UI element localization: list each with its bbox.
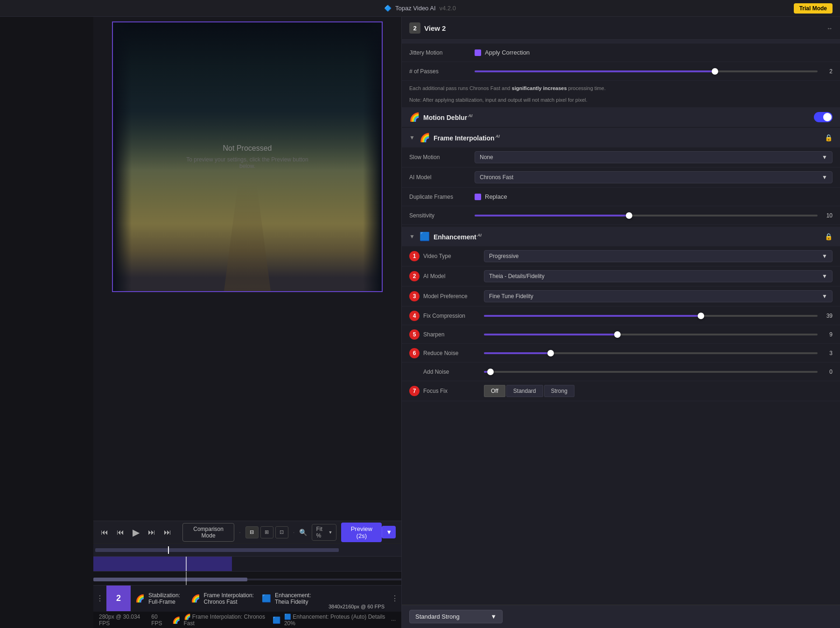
enhancement-ai-model-label-group: 2 AI Model bbox=[409, 271, 484, 281]
enhancement-header[interactable]: ▼ 🟦 Enhancement AI 🔒 bbox=[402, 227, 840, 246]
model-preference-dropdown[interactable]: Fine Tune Fidelity ▼ bbox=[484, 290, 833, 302]
timeline-area bbox=[93, 543, 401, 585]
fix-compression-thumb[interactable] bbox=[698, 313, 704, 319]
sharpen-value: 9 bbox=[484, 331, 833, 338]
video-type-dropdown[interactable]: Progressive ▼ bbox=[484, 250, 833, 262]
model-preference-chevron-icon: ▼ bbox=[822, 293, 827, 300]
motion-deblur-title: Motion Deblur AI bbox=[423, 113, 472, 121]
fix-compression-slider[interactable] bbox=[484, 315, 818, 317]
panel-title: View 2 bbox=[424, 24, 446, 32]
slow-motion-label: Slow Motion bbox=[409, 154, 475, 160]
frame-interp-ai-model-row: AI Model Chronos Fast ▼ bbox=[402, 167, 840, 188]
focus-fix-off-button[interactable]: Off bbox=[484, 385, 505, 397]
zoom-fit-icon[interactable]: 🔍 bbox=[299, 529, 307, 536]
add-noise-spacer bbox=[409, 367, 420, 377]
reduce-noise-slider[interactable] bbox=[484, 352, 818, 354]
preset-dropdown[interactable]: Standard Strong ▼ bbox=[409, 610, 503, 623]
view-badge: 2 bbox=[409, 22, 420, 34]
model-preference-label: Model Preference bbox=[423, 293, 468, 300]
preview-area: Not Processed To preview your settings, … bbox=[93, 17, 401, 521]
frame-interp-icon: 🌈 bbox=[191, 594, 200, 603]
skip-to-end-button[interactable]: ⏭ bbox=[162, 526, 173, 538]
motion-deblur-header[interactable]: 🌈 Motion Deblur AI bbox=[402, 107, 840, 127]
frame-interp-icon: 🌈 bbox=[420, 133, 430, 143]
passes-row: # of Passes 2 bbox=[402, 62, 840, 81]
scene-info-content: 🌈 Stabilization: Full-Frame 🌈 Frame Inte… bbox=[131, 586, 325, 611]
video-type-chevron-icon: ▼ bbox=[822, 253, 827, 259]
motion-deblur-toggle[interactable] bbox=[814, 112, 833, 122]
frame-interp-ai-model-label: AI Model bbox=[409, 174, 475, 181]
jittery-motion-label: Jittery Motion bbox=[409, 49, 475, 56]
motion-deblur-icon: 🌈 bbox=[409, 112, 420, 122]
sharpen-track bbox=[484, 334, 818, 335]
trial-mode-button[interactable]: Trial Mode bbox=[794, 3, 833, 14]
sharpen-label-group: 5 Sharpen bbox=[409, 329, 484, 340]
frame-forward-button[interactable]: ⏭ bbox=[146, 526, 157, 538]
step-4-circle: 4 bbox=[409, 311, 420, 321]
frame-back-button[interactable]: ⏮ bbox=[115, 526, 126, 538]
preview-button[interactable]: Preview (2s) bbox=[341, 523, 382, 542]
enhancement-chevron-icon: ▼ bbox=[409, 233, 415, 240]
app-title: 🔷 Topaz Video AI v4.2.0 bbox=[384, 5, 456, 12]
enhancement-ai-model-dropdown[interactable]: Theia - Details/Fidelity ▼ bbox=[484, 270, 833, 282]
status-more-button[interactable]: ··· bbox=[391, 617, 396, 623]
passes-label: # of Passes bbox=[409, 68, 475, 75]
reduce-noise-thumb[interactable] bbox=[547, 350, 554, 356]
preview-dropdown-button[interactable]: ▼ bbox=[382, 526, 396, 538]
model-preference-row: 3 Model Preference Fine Tune Fidelity ▼ bbox=[402, 286, 840, 307]
passes-slider-thumb[interactable] bbox=[712, 68, 718, 75]
focus-fix-label-group: 7 Focus Fix bbox=[409, 386, 484, 396]
frame-interp-header[interactable]: ▼ 🌈 Frame Interpolation AI 🔒 bbox=[402, 128, 840, 147]
enhancement-icon: 🟦 bbox=[262, 594, 271, 603]
add-noise-label-group: Add Noise bbox=[409, 367, 484, 377]
video-type-value: Progressive ▼ bbox=[484, 250, 833, 262]
not-processed-hint: To preview your settings, click the Prev… bbox=[180, 156, 315, 169]
add-noise-slider[interactable] bbox=[484, 371, 818, 373]
play-button[interactable]: ▶ bbox=[131, 525, 141, 540]
video-type-label: Video Type bbox=[423, 253, 451, 259]
panel-scroll-hint bbox=[402, 40, 840, 43]
status-frame-interp: 🌈 Frame Interpolation: Chronos Fast bbox=[184, 614, 269, 627]
road-overlay bbox=[224, 184, 271, 291]
passes-slider[interactable] bbox=[475, 70, 818, 72]
skip-to-start-button[interactable]: ⏮ bbox=[99, 526, 110, 538]
timeline-track-1 bbox=[93, 544, 401, 557]
sensitivity-slider-track bbox=[475, 215, 818, 216]
scene-more-left-button[interactable]: ⋮ bbox=[93, 586, 106, 611]
focus-fix-standard-button[interactable]: Standard bbox=[506, 385, 543, 397]
view-mode-split[interactable]: ⊡ bbox=[275, 526, 288, 538]
sharpen-thumb[interactable] bbox=[614, 331, 621, 338]
timeline-track-2 bbox=[93, 557, 401, 572]
add-noise-thumb[interactable] bbox=[487, 369, 494, 375]
focus-fix-strong-button[interactable]: Strong bbox=[544, 385, 574, 397]
left-sidebar bbox=[0, 17, 93, 628]
sensitivity-slider-fill bbox=[475, 215, 629, 216]
view-mode-overlay[interactable]: ⊞ bbox=[260, 526, 273, 538]
sharpen-slider[interactable] bbox=[484, 334, 818, 335]
sensitivity-value-display: 10 bbox=[821, 212, 833, 219]
slow-motion-dropdown[interactable]: None ▼ bbox=[475, 151, 833, 163]
add-noise-track bbox=[484, 371, 818, 373]
sensitivity-slider[interactable] bbox=[475, 215, 818, 216]
comparison-mode-button[interactable]: Comparison Mode bbox=[182, 523, 234, 542]
sensitivity-slider-thumb[interactable] bbox=[626, 212, 632, 219]
frame-interp-ai-model-dropdown[interactable]: Chronos Fast ▼ bbox=[475, 171, 833, 183]
enhancement-ai-model-label: AI Model bbox=[423, 273, 445, 279]
step-5-circle: 5 bbox=[409, 329, 420, 340]
panel-expand-icon[interactable]: ↔ bbox=[826, 25, 833, 32]
reduce-noise-display: 3 bbox=[821, 350, 833, 356]
status-enhancement-icon: 🟦 bbox=[273, 616, 280, 624]
slow-motion-row: Slow Motion None ▼ bbox=[402, 147, 840, 167]
step-1-circle: 1 bbox=[409, 251, 420, 261]
sharpen-fill bbox=[484, 334, 617, 335]
step-2-circle: 2 bbox=[409, 271, 420, 281]
add-noise-display: 0 bbox=[821, 369, 833, 375]
enhancement-ai-model-value: Theia - Details/Fidelity ▼ bbox=[484, 270, 833, 282]
enhancement-title: Enhancement AI bbox=[434, 233, 482, 241]
scene-more-right-button[interactable]: ⋮ bbox=[388, 586, 401, 611]
view-mode-side-by-side[interactable]: ⊟ bbox=[245, 526, 259, 538]
passes-slider-fill bbox=[475, 70, 715, 72]
zoom-dropdown[interactable]: Fit % ▼ bbox=[312, 524, 336, 541]
frame-interp-title: Frame Interpolation AI bbox=[434, 134, 500, 142]
edge-overlay-l bbox=[113, 22, 132, 291]
